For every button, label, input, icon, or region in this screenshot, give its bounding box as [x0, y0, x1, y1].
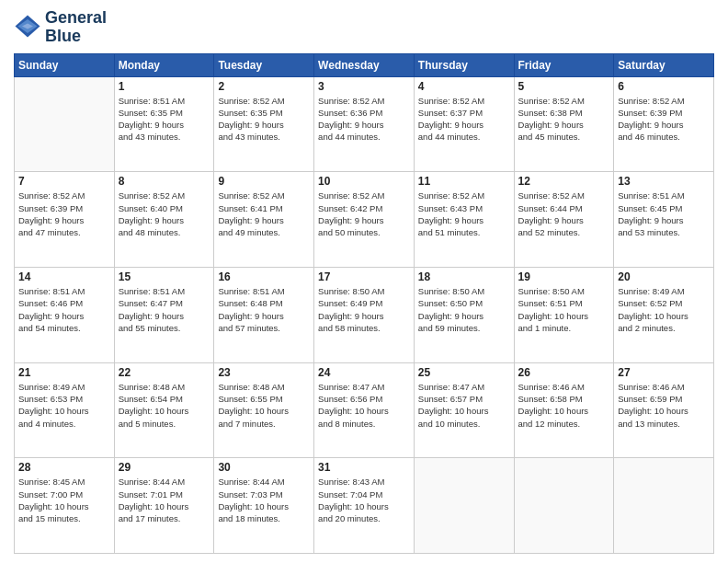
day-header-tuesday: Tuesday — [214, 53, 314, 76]
cal-cell: 21Sunrise: 8:49 AMSunset: 6:53 PMDayligh… — [15, 362, 115, 458]
cal-cell: 18Sunrise: 8:50 AMSunset: 6:50 PMDayligh… — [414, 267, 514, 362]
cal-cell: 27Sunrise: 8:46 AMSunset: 6:59 PMDayligh… — [614, 362, 714, 458]
cell-info: Sunrise: 8:48 AMSunset: 6:54 PMDaylight:… — [119, 381, 210, 430]
day-number: 27 — [618, 366, 710, 379]
day-header-wednesday: Wednesday — [314, 53, 415, 76]
cal-cell: 3Sunrise: 8:52 AMSunset: 6:36 PMDaylight… — [314, 76, 415, 172]
day-number: 7 — [18, 175, 110, 188]
day-header-monday: Monday — [114, 53, 214, 76]
day-number: 4 — [418, 80, 510, 93]
day-number: 31 — [318, 461, 410, 474]
cell-info: Sunrise: 8:51 AMSunset: 6:35 PMDaylight:… — [119, 95, 210, 144]
cal-cell — [614, 458, 714, 554]
day-number: 22 — [119, 366, 210, 379]
cell-info: Sunrise: 8:52 AMSunset: 6:35 PMDaylight:… — [218, 95, 310, 144]
day-number: 29 — [119, 461, 210, 474]
day-number: 20 — [618, 270, 710, 283]
day-number: 23 — [218, 366, 310, 379]
logo: General Blue — [14, 9, 107, 46]
week-row-3: 14Sunrise: 8:51 AMSunset: 6:46 PMDayligh… — [15, 267, 714, 362]
cal-cell: 26Sunrise: 8:46 AMSunset: 6:58 PMDayligh… — [514, 362, 614, 458]
cell-info: Sunrise: 8:44 AMSunset: 7:03 PMDaylight:… — [218, 476, 310, 524]
cell-info: Sunrise: 8:51 AMSunset: 6:45 PMDaylight:… — [618, 190, 710, 238]
cell-info: Sunrise: 8:50 AMSunset: 6:51 PMDaylight:… — [518, 285, 610, 334]
day-header-saturday: Saturday — [614, 53, 714, 76]
week-row-2: 7Sunrise: 8:52 AMSunset: 6:39 PMDaylight… — [15, 172, 714, 268]
day-number: 24 — [318, 366, 410, 379]
cal-cell: 31Sunrise: 8:43 AMSunset: 7:04 PMDayligh… — [314, 458, 415, 554]
day-number: 14 — [18, 270, 110, 283]
week-row-5: 28Sunrise: 8:45 AMSunset: 7:00 PMDayligh… — [15, 458, 714, 554]
cal-cell: 16Sunrise: 8:51 AMSunset: 6:48 PMDayligh… — [214, 267, 314, 362]
day-number: 30 — [218, 461, 310, 474]
cell-info: Sunrise: 8:52 AMSunset: 6:37 PMDaylight:… — [418, 95, 510, 144]
cal-cell: 13Sunrise: 8:51 AMSunset: 6:45 PMDayligh… — [614, 172, 714, 268]
day-number: 26 — [518, 366, 610, 379]
cal-cell — [414, 458, 514, 554]
cal-cell — [15, 76, 115, 172]
page: General Blue SundayMondayTuesdayWednesda… — [0, 0, 728, 563]
day-number: 16 — [218, 270, 310, 283]
cell-info: Sunrise: 8:52 AMSunset: 6:36 PMDaylight:… — [318, 95, 410, 144]
day-number: 3 — [318, 80, 410, 93]
cal-cell: 23Sunrise: 8:48 AMSunset: 6:55 PMDayligh… — [214, 362, 314, 458]
cal-cell: 10Sunrise: 8:52 AMSunset: 6:42 PMDayligh… — [314, 172, 415, 268]
day-number: 15 — [119, 270, 210, 283]
cell-info: Sunrise: 8:51 AMSunset: 6:47 PMDaylight:… — [119, 285, 210, 334]
day-number: 10 — [318, 175, 410, 188]
day-number: 18 — [418, 270, 510, 283]
cell-info: Sunrise: 8:52 AMSunset: 6:40 PMDaylight:… — [119, 190, 210, 238]
day-number: 19 — [518, 270, 610, 283]
week-row-1: 1Sunrise: 8:51 AMSunset: 6:35 PMDaylight… — [15, 76, 714, 172]
cal-cell: 15Sunrise: 8:51 AMSunset: 6:47 PMDayligh… — [114, 267, 214, 362]
cell-info: Sunrise: 8:50 AMSunset: 6:50 PMDaylight:… — [418, 285, 510, 334]
cell-info: Sunrise: 8:43 AMSunset: 7:04 PMDaylight:… — [318, 476, 410, 524]
day-number: 21 — [18, 366, 110, 379]
cell-info: Sunrise: 8:52 AMSunset: 6:38 PMDaylight:… — [518, 95, 610, 144]
cell-info: Sunrise: 8:47 AMSunset: 6:57 PMDaylight:… — [418, 381, 510, 430]
day-header-friday: Friday — [514, 53, 614, 76]
cal-cell: 20Sunrise: 8:49 AMSunset: 6:52 PMDayligh… — [614, 267, 714, 362]
cell-info: Sunrise: 8:46 AMSunset: 6:59 PMDaylight:… — [618, 381, 710, 430]
day-number: 13 — [618, 175, 710, 188]
cal-cell: 1Sunrise: 8:51 AMSunset: 6:35 PMDaylight… — [114, 76, 214, 172]
cell-info: Sunrise: 8:52 AMSunset: 6:44 PMDaylight:… — [518, 190, 610, 238]
cal-cell: 7Sunrise: 8:52 AMSunset: 6:39 PMDaylight… — [15, 172, 115, 268]
cal-cell: 25Sunrise: 8:47 AMSunset: 6:57 PMDayligh… — [414, 362, 514, 458]
cal-cell: 6Sunrise: 8:52 AMSunset: 6:39 PMDaylight… — [614, 76, 714, 172]
cell-info: Sunrise: 8:47 AMSunset: 6:56 PMDaylight:… — [318, 381, 410, 430]
cal-cell: 17Sunrise: 8:50 AMSunset: 6:49 PMDayligh… — [314, 267, 415, 362]
header: General Blue — [14, 9, 714, 46]
day-header-thursday: Thursday — [414, 53, 514, 76]
day-number: 17 — [318, 270, 410, 283]
week-row-4: 21Sunrise: 8:49 AMSunset: 6:53 PMDayligh… — [15, 362, 714, 458]
calendar-table: SundayMondayTuesdayWednesdayThursdayFrid… — [14, 53, 714, 554]
cal-cell: 30Sunrise: 8:44 AMSunset: 7:03 PMDayligh… — [214, 458, 314, 554]
cal-cell: 24Sunrise: 8:47 AMSunset: 6:56 PMDayligh… — [314, 362, 415, 458]
cell-info: Sunrise: 8:49 AMSunset: 6:53 PMDaylight:… — [18, 381, 110, 430]
cal-cell: 8Sunrise: 8:52 AMSunset: 6:40 PMDaylight… — [114, 172, 214, 268]
day-number: 5 — [518, 80, 610, 93]
cal-cell: 22Sunrise: 8:48 AMSunset: 6:54 PMDayligh… — [114, 362, 214, 458]
cell-info: Sunrise: 8:52 AMSunset: 6:43 PMDaylight:… — [418, 190, 510, 238]
cal-cell: 28Sunrise: 8:45 AMSunset: 7:00 PMDayligh… — [15, 458, 115, 554]
day-number: 2 — [218, 80, 310, 93]
day-number: 9 — [218, 175, 310, 188]
cal-cell — [514, 458, 614, 554]
cal-cell: 12Sunrise: 8:52 AMSunset: 6:44 PMDayligh… — [514, 172, 614, 268]
logo-icon — [14, 14, 41, 41]
cal-cell: 11Sunrise: 8:52 AMSunset: 6:43 PMDayligh… — [414, 172, 514, 268]
cal-cell: 9Sunrise: 8:52 AMSunset: 6:41 PMDaylight… — [214, 172, 314, 268]
cell-info: Sunrise: 8:48 AMSunset: 6:55 PMDaylight:… — [218, 381, 310, 430]
day-number: 11 — [418, 175, 510, 188]
day-number: 25 — [418, 366, 510, 379]
cell-info: Sunrise: 8:44 AMSunset: 7:01 PMDaylight:… — [119, 476, 210, 524]
cell-info: Sunrise: 8:46 AMSunset: 6:58 PMDaylight:… — [518, 381, 610, 430]
day-number: 1 — [119, 80, 210, 93]
day-header-row: SundayMondayTuesdayWednesdayThursdayFrid… — [15, 53, 714, 76]
cell-info: Sunrise: 8:52 AMSunset: 6:42 PMDaylight:… — [318, 190, 410, 238]
cell-info: Sunrise: 8:52 AMSunset: 6:39 PMDaylight:… — [18, 190, 110, 238]
cell-info: Sunrise: 8:49 AMSunset: 6:52 PMDaylight:… — [618, 285, 710, 334]
cal-cell: 29Sunrise: 8:44 AMSunset: 7:01 PMDayligh… — [114, 458, 214, 554]
cell-info: Sunrise: 8:52 AMSunset: 6:39 PMDaylight:… — [618, 95, 710, 144]
